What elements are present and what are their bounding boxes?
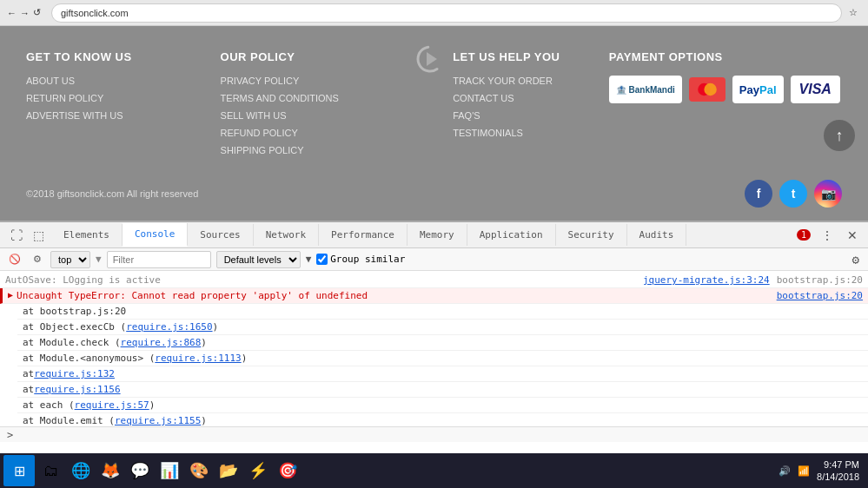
footer-col3-title: LET US HELP YOU bbox=[453, 50, 560, 63]
taskbar: ⊞ 🗂 🌐 🦊 💬 📊 🎨 📂 ⚡ 🎯 🔊 📶 9:47 PM 8/14/201… bbox=[0, 453, 868, 488]
taskbar-code-editor[interactable]: ⚡ bbox=[243, 456, 273, 485]
tab-sources[interactable]: Sources bbox=[188, 224, 253, 246]
tab-performance[interactable]: Performance bbox=[319, 224, 407, 246]
tab-application[interactable]: Application bbox=[467, 224, 556, 246]
address-bar[interactable]: giftsonclick.com bbox=[51, 3, 842, 23]
paypal-icon: PayPal bbox=[732, 76, 784, 103]
devtools-content: AutOSave: LOgging is active jquery-migra… bbox=[0, 271, 868, 426]
footer-columns: GET TO KNOW US ABOUT US RETURN POLICY AD… bbox=[17, 50, 851, 162]
footer-col1-title: GET TO KNOW US bbox=[26, 50, 221, 63]
tab-security[interactable]: Security bbox=[556, 224, 627, 246]
svg-point-3 bbox=[704, 83, 716, 96]
prev-link[interactable]: jquery-migrate.js:3:24 bbox=[643, 274, 770, 286]
group-similar-label[interactable]: Group similar bbox=[316, 254, 405, 265]
stack-link-5[interactable]: require.js:1156 bbox=[34, 384, 120, 395]
taskbar-app[interactable]: 🎯 bbox=[273, 456, 302, 485]
taskbar-skype[interactable]: 💬 bbox=[125, 456, 155, 485]
error-badge: 1 bbox=[797, 229, 811, 241]
footer-link-testimonials[interactable]: TESTIMONIALS bbox=[453, 128, 560, 138]
stack-line-1: at Object.execCb (require.js:1650) bbox=[17, 320, 868, 335]
footer-col-payment: PAYMENT OPTIONS 🏦 BankMandi PayPal VISA bbox=[609, 50, 842, 162]
footer-link-advertise[interactable]: ADVERTISE WITH US bbox=[26, 110, 221, 121]
stack-link-6[interactable]: require.js:57 bbox=[75, 399, 149, 411]
group-similar-checkbox[interactable] bbox=[316, 254, 328, 265]
date-display: 8/14/2018 bbox=[817, 471, 859, 483]
level-select[interactable]: Default levels bbox=[216, 251, 301, 268]
taskbar-file-explorer[interactable]: 🗂 bbox=[36, 456, 66, 485]
footer-link-terms[interactable]: TERMS AND CONDITIONS bbox=[221, 93, 415, 103]
footer-link-about[interactable]: ABOUT US bbox=[26, 76, 221, 86]
stack-link-7[interactable]: require.js:1155 bbox=[115, 415, 201, 426]
taskbar-right: 🔊 📶 9:47 PM 8/14/2018 bbox=[779, 458, 865, 484]
footer-link-sell[interactable]: SELL WITH US bbox=[221, 110, 415, 121]
devtools-status-bar: > bbox=[0, 426, 868, 442]
copyright-text: ©2018 giftsonclick.com All right reserve… bbox=[26, 188, 198, 199]
footer-link-shipping[interactable]: SHIPPING POLICY bbox=[221, 145, 415, 155]
devtools-toggle-btn[interactable]: ⛶ bbox=[7, 227, 26, 244]
twitter-icon[interactable]: t bbox=[779, 180, 807, 208]
devtools-console-toolbar: 🚫 ⚙ top ▼ Default levels ▼ Group similar… bbox=[0, 248, 868, 271]
footer-link-contact[interactable]: CONTACT US bbox=[453, 93, 560, 103]
filter-input[interactable] bbox=[107, 251, 211, 268]
footer-link-refund[interactable]: REFUND POLICY bbox=[221, 128, 415, 138]
footer-col4-title: PAYMENT OPTIONS bbox=[609, 50, 842, 63]
footer-link-track[interactable]: TRACK YOUR ORDER bbox=[453, 76, 560, 86]
stack-trace: at bootstrap.js:20 at Object.execCb (req… bbox=[0, 304, 868, 426]
console-prompt: > bbox=[7, 429, 13, 441]
svg-marker-1 bbox=[427, 52, 437, 66]
error-message: Uncaught TypeError: Cannot read property… bbox=[17, 290, 368, 301]
instagram-icon[interactable]: 📷 bbox=[814, 180, 842, 208]
stack-line-6: at each (require.js:57) bbox=[17, 398, 868, 413]
stack-link-2[interactable]: require.js:868 bbox=[121, 337, 202, 348]
devtools-inspect-btn[interactable]: ⬚ bbox=[30, 227, 48, 244]
browser-chrome: ← → ↺ giftsonclick.com ☆ bbox=[0, 0, 868, 26]
start-button[interactable]: ⊞ bbox=[3, 455, 35, 486]
tab-network[interactable]: Network bbox=[254, 224, 319, 246]
footer-col-help: LET US HELP YOU TRACK YOUR ORDER CONTACT… bbox=[414, 50, 609, 162]
facebook-icon[interactable]: f bbox=[745, 180, 772, 208]
context-select[interactable]: top bbox=[50, 251, 90, 268]
tab-elements[interactable]: Elements bbox=[51, 224, 123, 246]
console-settings-btn[interactable]: ⚙ bbox=[30, 252, 45, 267]
tab-audits[interactable]: Audits bbox=[627, 224, 687, 246]
taskbar-chrome[interactable]: 🌐 bbox=[66, 456, 96, 485]
stack-link-3[interactable]: require.js:1113 bbox=[155, 353, 241, 364]
console-input[interactable] bbox=[13, 429, 861, 440]
back-btn[interactable]: ← bbox=[7, 8, 17, 18]
taskbar-photoshop[interactable]: 🎨 bbox=[184, 456, 214, 485]
tab-memory[interactable]: Memory bbox=[407, 224, 467, 246]
stack-link-1[interactable]: require.js:1650 bbox=[126, 321, 212, 333]
forward-btn[interactable]: → bbox=[20, 8, 30, 18]
stack-line-4: at require.js:132 bbox=[17, 366, 868, 382]
taskbar-clock: 9:47 PM 8/14/2018 bbox=[817, 458, 859, 484]
mastercard-icon bbox=[689, 77, 726, 102]
bookmark-btn[interactable]: ☆ bbox=[849, 7, 858, 18]
time-display: 9:47 PM bbox=[817, 458, 859, 471]
footer-col-policy: OUR POLICY PRIVACY POLICY TERMS AND COND… bbox=[221, 50, 415, 162]
console-settings-icon[interactable]: ⚙ bbox=[849, 251, 863, 268]
stack-link-4[interactable]: require.js:132 bbox=[34, 368, 115, 379]
scroll-top-button[interactable]: ↑ bbox=[824, 120, 855, 151]
taskbar-filezilla[interactable]: 📂 bbox=[214, 456, 243, 485]
loading-icon bbox=[414, 43, 446, 78]
payment-icons: 🏦 BankMandi PayPal VISA bbox=[609, 76, 842, 103]
devtools-close-btn[interactable]: ✕ bbox=[844, 227, 861, 244]
error-triangle-icon: ▶ bbox=[8, 290, 13, 300]
footer-link-return[interactable]: RETURN POLICY bbox=[26, 93, 221, 103]
bank-icon: 🏦 BankMandi bbox=[609, 76, 682, 103]
devtools-more-btn[interactable]: ⋮ bbox=[818, 227, 837, 244]
console-clear-btn[interactable]: 🚫 bbox=[5, 252, 24, 267]
footer-section: GET TO KNOW US ABOUT US RETURN POLICY AD… bbox=[0, 26, 868, 221]
footer-col-get-to-know: GET TO KNOW US ABOUT US RETURN POLICY AD… bbox=[26, 50, 221, 162]
tab-console[interactable]: Console bbox=[123, 223, 188, 247]
taskbar-excel[interactable]: 📊 bbox=[155, 456, 184, 485]
footer-link-privacy[interactable]: PRIVACY POLICY bbox=[221, 76, 415, 86]
error-main-link[interactable]: bootstrap.js:20 bbox=[777, 290, 863, 301]
console-line-prev: AutOSave: LOgging is active jquery-migra… bbox=[0, 273, 868, 288]
footer-link-faq[interactable]: FAQ'S bbox=[453, 110, 560, 121]
footer-bottom: ©2018 giftsonclick.com All right reserve… bbox=[17, 180, 851, 208]
devtools-toolbar: ⛶ ⬚ Elements Console Sources Network Per… bbox=[0, 222, 868, 248]
taskbar-firefox[interactable]: 🦊 bbox=[96, 456, 125, 485]
refresh-btn[interactable]: ↺ bbox=[33, 7, 41, 18]
stack-line-0: at bootstrap.js:20 bbox=[17, 304, 868, 320]
